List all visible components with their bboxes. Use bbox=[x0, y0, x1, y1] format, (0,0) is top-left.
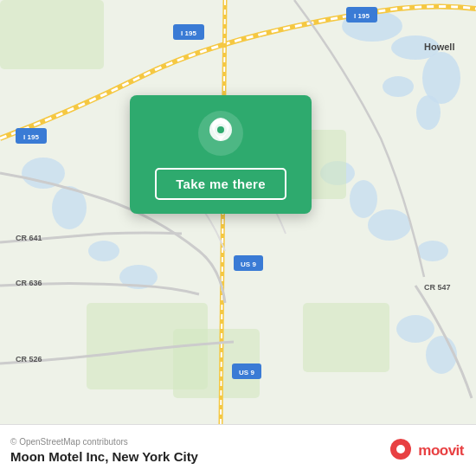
svg-point-41 bbox=[396, 445, 405, 453]
svg-text:CR 636: CR 636 bbox=[16, 279, 42, 287]
location-name: Moon Motel Inc, New York City bbox=[10, 449, 198, 464]
svg-text:Howell: Howell bbox=[424, 42, 454, 52]
osm-attribution: © OpenStreetMap contributors bbox=[10, 437, 198, 447]
svg-point-11 bbox=[417, 241, 448, 261]
svg-point-39 bbox=[217, 126, 224, 133]
svg-text:US 9: US 9 bbox=[239, 369, 254, 376]
svg-point-9 bbox=[350, 180, 377, 218]
svg-point-4 bbox=[383, 76, 414, 97]
bottom-info: © OpenStreetMap contributors Moon Motel … bbox=[10, 437, 198, 464]
svg-point-6 bbox=[22, 158, 65, 189]
svg-point-14 bbox=[88, 241, 119, 261]
moovit-logo: moovit bbox=[387, 437, 464, 465]
svg-point-12 bbox=[396, 315, 434, 343]
action-card: Take me there bbox=[130, 95, 312, 214]
svg-point-13 bbox=[426, 336, 457, 374]
map-container: I 195 I 195 I 195 US 9 US 9 CR 641 CR 63… bbox=[0, 0, 476, 424]
svg-text:I 195: I 195 bbox=[181, 29, 196, 37]
svg-text:CR 641: CR 641 bbox=[16, 234, 42, 242]
svg-text:CR 526: CR 526 bbox=[16, 355, 42, 363]
svg-rect-19 bbox=[303, 303, 389, 372]
svg-point-10 bbox=[368, 209, 411, 241]
svg-text:I 195: I 195 bbox=[354, 12, 370, 20]
take-me-there-button[interactable]: Take me there bbox=[155, 168, 286, 200]
moovit-brand-text: moovit bbox=[418, 442, 464, 460]
location-pin-icon bbox=[198, 111, 243, 156]
svg-text:CR 547: CR 547 bbox=[424, 283, 451, 292]
svg-text:US 9: US 9 bbox=[241, 261, 256, 268]
bottom-bar: © OpenStreetMap contributors Moon Motel … bbox=[0, 424, 476, 476]
svg-rect-16 bbox=[0, 0, 104, 69]
svg-point-5 bbox=[416, 95, 441, 130]
moovit-icon bbox=[387, 437, 415, 465]
svg-text:I 195: I 195 bbox=[23, 133, 39, 141]
